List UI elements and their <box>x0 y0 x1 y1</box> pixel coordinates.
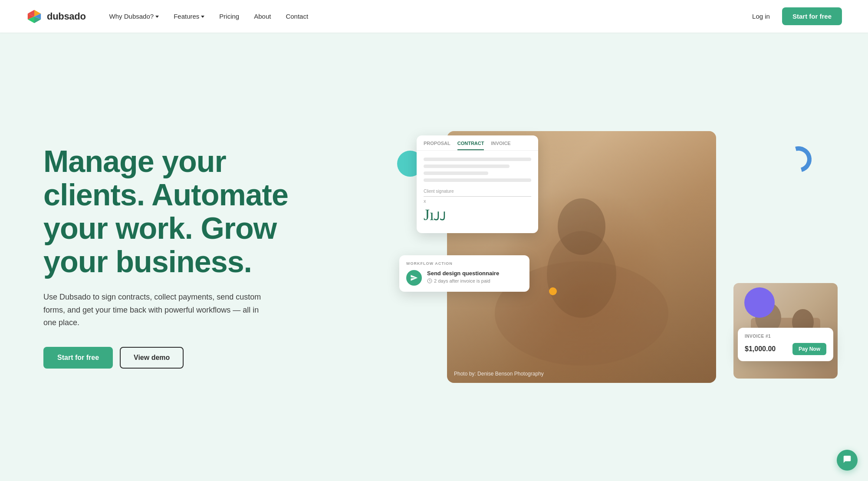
workflow-label: WORKFLOW ACTION <box>406 261 523 266</box>
nav-why-dubsado[interactable]: Why Dubsado? <box>103 9 165 23</box>
contract-line-1 <box>424 158 531 161</box>
login-link[interactable]: Log in <box>747 9 775 23</box>
signature-x: x <box>424 198 531 204</box>
chat-bubble-button[interactable] <box>837 450 858 471</box>
workflow-time: 2 days after invoice is paid <box>427 278 499 283</box>
hero-section: Manage your clients. Automate your work.… <box>0 33 868 481</box>
purple-circle-decoration <box>744 287 775 318</box>
chat-icon <box>842 455 852 466</box>
invoice-card: INVOICE #1 $1,000.00 Pay Now <box>738 328 833 361</box>
orange-dot-decoration <box>549 287 557 295</box>
start-free-nav-button[interactable]: Start for free <box>782 7 842 25</box>
contract-line-3 <box>424 171 488 175</box>
invoice-header: INVOICE #1 <box>745 334 826 339</box>
contract-body: Client signature x Jıᴊᴊ <box>417 151 538 233</box>
workflow-send-icon <box>406 270 422 286</box>
start-free-hero-button[interactable]: Start for free <box>43 347 113 369</box>
nav-contact[interactable]: Contact <box>279 9 314 23</box>
blue-arc-decoration <box>781 142 816 177</box>
contract-tabs: PROPOSAL CONTRACT INVOICE <box>417 135 538 151</box>
photo-credit: Photo by: Denise Benson Photography <box>454 371 544 377</box>
hero-subtitle: Use Dubsado to sign contracts, collect p… <box>43 291 269 329</box>
invoice-amount: $1,000.00 <box>745 345 776 353</box>
nav-actions: Log in Start for free <box>747 7 842 25</box>
tab-proposal[interactable]: PROPOSAL <box>424 141 450 150</box>
hero-content: Manage your clients. Automate your work.… <box>43 145 295 369</box>
tab-contract[interactable]: CONTRACT <box>457 141 484 150</box>
logo-link[interactable]: dubsado <box>26 8 86 25</box>
signature-label: Client signature <box>424 189 531 194</box>
workflow-title: Send design questionnaire <box>427 270 499 277</box>
hero-title: Manage your clients. Automate your work.… <box>43 145 295 279</box>
nav-pricing[interactable]: Pricing <box>213 9 245 23</box>
workflow-info: Send design questionnaire 2 days after i… <box>427 270 499 283</box>
contract-line-2 <box>424 165 510 168</box>
invoice-row: $1,000.00 Pay Now <box>745 343 826 355</box>
signature-line <box>424 196 531 197</box>
contract-line-4 <box>424 178 531 182</box>
workflow-card: WORKFLOW ACTION Send design questionnair… <box>399 255 529 292</box>
view-demo-button[interactable]: View demo <box>120 347 184 369</box>
dubsado-logo-icon <box>26 8 43 25</box>
nav-about[interactable]: About <box>248 9 277 23</box>
svg-point-9 <box>558 198 605 255</box>
clock-icon <box>427 278 432 283</box>
contract-card: PROPOSAL CONTRACT INVOICE Client signatu… <box>417 135 538 233</box>
brand-name: dubsado <box>47 11 86 22</box>
tab-invoice[interactable]: INVOICE <box>491 141 510 150</box>
hero-buttons: Start for free View demo <box>43 347 295 369</box>
hero-visual: PROPOSAL CONTRACT INVOICE Client signatu… <box>321 127 842 387</box>
chevron-down-icon <box>201 16 204 18</box>
pay-now-button[interactable]: Pay Now <box>792 343 826 355</box>
signature-script: Jıᴊᴊ <box>424 205 531 226</box>
nav-features[interactable]: Features <box>168 9 210 23</box>
chevron-down-icon <box>155 16 159 18</box>
nav-links: Why Dubsado? Features Pricing About Cont… <box>103 9 747 23</box>
workflow-row: Send design questionnaire 2 days after i… <box>406 270 523 286</box>
navbar: dubsado Why Dubsado? Features Pricing Ab… <box>0 0 868 33</box>
